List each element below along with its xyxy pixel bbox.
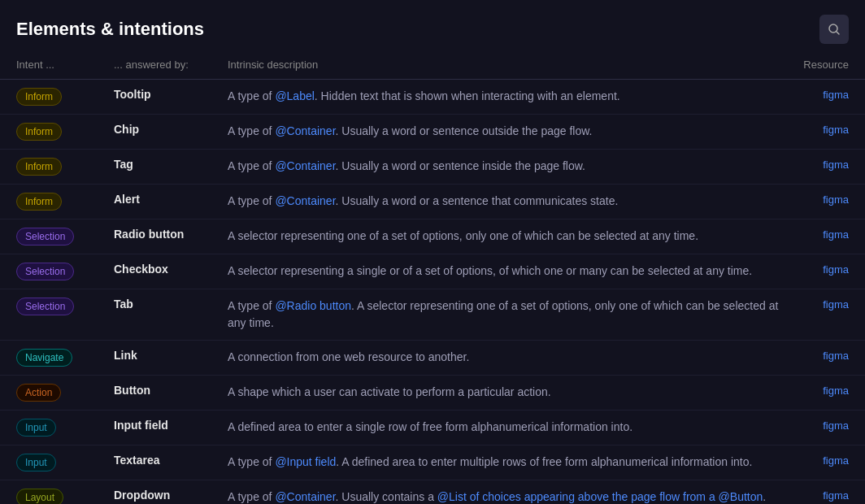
element-name: Radio button: [114, 228, 184, 241]
resource-link[interactable]: figma: [823, 124, 849, 136]
resource-link[interactable]: figma: [823, 159, 849, 171]
element-name: Textarea: [114, 454, 160, 467]
intent-badge: Input: [16, 454, 56, 471]
intent-badge: Input: [16, 419, 56, 437]
search-icon: [828, 23, 841, 36]
page-title: Elements & intentions: [16, 19, 204, 40]
intent-badge: Inform: [16, 88, 62, 106]
col-answered-by: ... answered by:: [106, 52, 220, 80]
resource-link[interactable]: figma: [823, 228, 849, 241]
table-row: Input Input field A defined area to ente…: [0, 411, 865, 445]
intent-badge: Selection: [16, 228, 74, 245]
intent-badge: Selection: [16, 263, 74, 280]
col-intent: Intent ...: [0, 52, 106, 80]
svg-line-1: [837, 32, 839, 34]
element-description: A type of @Radio button. A selector repr…: [228, 299, 778, 329]
intent-badge: Action: [16, 384, 61, 402]
intent-badge: Selection: [16, 298, 74, 315]
page-container: Elements & intentions Intent ... ... ans…: [0, 0, 865, 504]
table-row: Inform Alert A type of @Container. Usual…: [0, 185, 865, 219]
element-name: Input field: [114, 419, 168, 432]
element-name: Tooltip: [114, 88, 151, 101]
element-name: Button: [114, 384, 150, 397]
description-link[interactable]: @Button: [719, 490, 763, 503]
element-description: A type of @Container. Usually a word or …: [228, 159, 585, 172]
table-row: Inform Tag A type of @Container. Usually…: [0, 150, 865, 185]
element-description: A defined area to enter a single row of …: [228, 420, 632, 433]
resource-link[interactable]: figma: [823, 454, 849, 467]
intent-badge: Navigate: [16, 349, 72, 367]
element-description: A type of @Container. Usually a word or …: [228, 124, 593, 137]
resource-link[interactable]: figma: [823, 385, 849, 397]
element-name: Chip: [114, 123, 139, 136]
element-name: Dropdown: [114, 489, 170, 502]
resource-link[interactable]: figma: [823, 89, 849, 101]
element-description: A type of @Container. Usually a word or …: [228, 194, 618, 207]
header: Elements & intentions: [0, 0, 865, 52]
intent-badge: Layout: [16, 489, 63, 504]
element-description: A type of @Input field. A defined area t…: [228, 455, 752, 468]
description-link[interactable]: @Container: [275, 490, 335, 503]
element-name: Link: [114, 349, 137, 362]
description-link[interactable]: @Radio button: [275, 299, 351, 312]
table-row: Navigate Link A connection from one web …: [0, 341, 865, 376]
table-row: Selection Checkbox A selector representi…: [0, 254, 865, 289]
description-link[interactable]: @Input field: [275, 455, 336, 468]
element-description: A selector representing one of a set of …: [228, 229, 698, 242]
table-row: Selection Radio button A selector repres…: [0, 219, 865, 254]
table-row: Selection Tab A type of @Radio button. A…: [0, 289, 865, 341]
description-link[interactable]: @Label: [275, 89, 314, 102]
description-link[interactable]: @Container: [275, 124, 335, 137]
description-link[interactable]: @Container: [275, 194, 335, 207]
intent-badge: Inform: [16, 123, 62, 141]
element-description: A type of @Container. Usually contains a…: [228, 490, 766, 503]
col-resource: Resource: [792, 52, 865, 80]
intent-badge: Inform: [16, 193, 62, 211]
table-body: Inform Tooltip A type of @Label. Hidden …: [0, 80, 865, 505]
element-description: A connection from one web resource to an…: [228, 350, 469, 363]
resource-link[interactable]: figma: [823, 193, 849, 206]
table-row: Inform Chip A type of @Container. Usuall…: [0, 115, 865, 150]
elements-table: Intent ... ... answered by: Intrinsic de…: [0, 52, 865, 504]
table-header: Intent ... ... answered by: Intrinsic de…: [0, 52, 865, 80]
table-container: Intent ... ... answered by: Intrinsic de…: [0, 52, 865, 504]
table-row: Action Button A shape which a user can a…: [0, 376, 865, 411]
element-description: A selector representing a single or of a…: [228, 264, 752, 277]
element-description: A type of @Label. Hidden text that is sh…: [228, 89, 620, 102]
element-name: Tab: [114, 298, 133, 311]
element-name: Tag: [114, 158, 133, 171]
table-row: Layout Dropdown A type of @Container. Us…: [0, 480, 865, 505]
element-description: A shape which a user can activate to per…: [228, 385, 551, 398]
col-description: Intrinsic description: [220, 52, 792, 80]
resource-link[interactable]: figma: [823, 489, 849, 502]
resource-link[interactable]: figma: [823, 350, 849, 362]
description-link[interactable]: @Container: [275, 159, 335, 172]
table-row: Inform Tooltip A type of @Label. Hidden …: [0, 80, 865, 115]
table-row: Input Textarea A type of @Input field. A…: [0, 445, 865, 480]
resource-link[interactable]: figma: [823, 263, 849, 276]
description-link[interactable]: @List of choices appearing above the pag…: [437, 490, 715, 503]
intent-badge: Inform: [16, 158, 62, 176]
element-name: Alert: [114, 193, 140, 206]
search-button[interactable]: [819, 15, 849, 44]
element-name: Checkbox: [114, 263, 168, 276]
resource-link[interactable]: figma: [823, 419, 849, 432]
resource-link[interactable]: figma: [823, 298, 849, 311]
